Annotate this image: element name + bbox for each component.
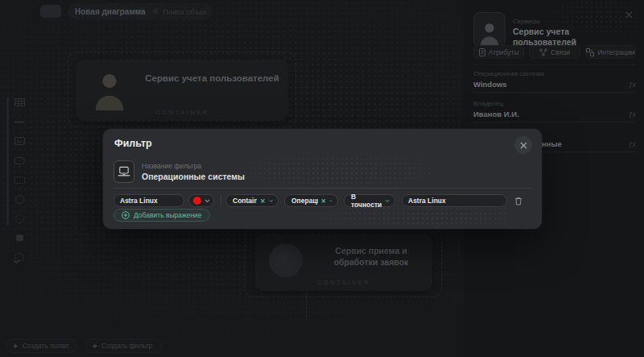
filter-name-label: Название фильтра [142,162,201,170]
plus-circle-icon [122,211,130,219]
tag-operating-systems[interactable]: Операционн... ✕ [284,194,338,207]
modal-divider [114,188,531,189]
row-divider [221,195,221,206]
add-expression-label: Добавить выражение [134,211,202,219]
tag-close-icon[interactable]: ✕ [321,197,326,205]
filter-name-value: Операционные системы [142,172,245,181]
tag-close-icon[interactable]: ✕ [260,197,265,205]
condition-select[interactable]: В точности [344,194,395,207]
color-swatch-red [193,197,201,205]
condition-label: В точности [351,193,385,209]
delete-expression-button[interactable] [512,195,524,207]
laptop-icon [118,166,130,177]
add-expression-button[interactable]: Добавить выражение [114,209,210,222]
chevron-down-icon [204,199,210,203]
trash-icon [514,197,522,205]
modal-title: Фильтр [114,138,152,149]
chevron-down-icon [269,199,273,203]
color-select[interactable] [188,194,214,207]
chevron-down-icon [329,199,332,203]
tag-container[interactable]: Container ✕ [225,194,279,207]
tag-label: Container [233,197,257,205]
filter-type-icon-box[interactable] [114,160,134,183]
filter-modal: Фильтр Название фильтра Операционные сис… [103,129,542,229]
tag-label: Операционн... [291,197,318,205]
chevron-down-icon [385,199,390,203]
expression-name-field [114,194,184,207]
expression-name-input[interactable] [114,197,184,205]
match-value-field [402,194,507,207]
modal-close-button[interactable] [514,136,532,154]
match-value-input[interactable] [402,197,506,205]
close-icon [520,142,527,149]
